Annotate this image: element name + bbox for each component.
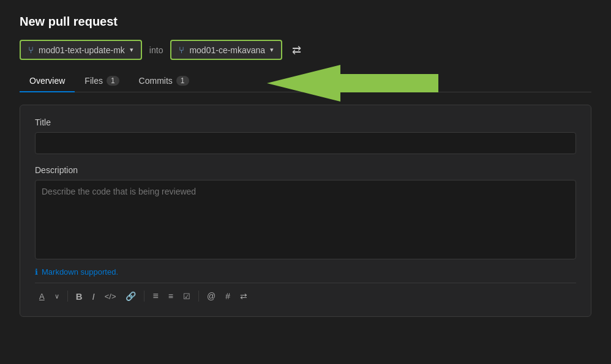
tab-files-badge: 1 (107, 76, 119, 86)
toolbar-hashtag-button[interactable]: # (221, 289, 234, 303)
source-branch-name: mod01-text-update-mk (39, 45, 125, 55)
toolbar-link-button[interactable]: 🔗 (121, 289, 140, 303)
target-branch-dropdown[interactable]: ⑂ mod01-ce-mkavana ▾ (170, 40, 282, 60)
form-card: Title Description ℹ Markdown supported. … (20, 105, 591, 317)
branch-target-icon: ⑂ (179, 45, 184, 55)
markdown-info-text: Markdown supported. (42, 267, 118, 277)
toolbar-code-button[interactable]: </> (100, 289, 121, 303)
tab-commits-badge: 1 (176, 76, 189, 86)
tab-commits-label: Commits (139, 76, 173, 86)
tab-files-label: Files (84, 76, 103, 86)
toolbar-task-list-button[interactable]: ☑ (179, 289, 195, 303)
tabs-row: Overview Files 1 Commits 1 (20, 71, 591, 92)
title-label: Title (35, 117, 576, 127)
toolbar-unordered-list-button[interactable]: ≡ (148, 288, 162, 304)
source-branch-dropdown[interactable]: ⑂ mod01-text-update-mk ▾ (20, 40, 142, 60)
tab-overview[interactable]: Overview (20, 71, 75, 92)
toolbar-ordered-list-button[interactable]: ≡ (164, 289, 178, 303)
branch-selector-row: ⑂ mod01-text-update-mk ▾ into ⑂ mod01-ce… (20, 40, 591, 60)
description-label: Description (35, 165, 576, 175)
swap-branches-icon[interactable]: ⇄ (292, 43, 301, 57)
title-input[interactable] (35, 132, 576, 154)
markdown-info: ℹ Markdown supported. (35, 267, 576, 277)
toolbar-bold-button[interactable]: B (72, 289, 87, 304)
branch-source-icon: ⑂ (28, 45, 34, 55)
markdown-info-icon: ℹ (35, 267, 38, 277)
toolbar-divider-1 (67, 291, 68, 302)
toolbar-text-style-dropdown-button[interactable]: ∨ (50, 290, 64, 303)
toolbar-mention-button[interactable]: @ (203, 289, 220, 303)
toolbar-divider-2 (144, 291, 144, 302)
toolbar-text-style-button[interactable]: A (35, 289, 49, 303)
toolbar-row: A ∨ B I </> 🔗 ≡ ≡ (35, 283, 576, 304)
into-label: into (149, 45, 163, 55)
target-branch-chevron: ▾ (270, 46, 274, 54)
tab-commits[interactable]: Commits 1 (129, 71, 199, 92)
tab-files[interactable]: Files 1 (75, 71, 129, 92)
source-branch-chevron: ▾ (130, 46, 133, 54)
toolbar-pr-reference-button[interactable]: ⇄ (236, 289, 252, 303)
toolbar-divider-3 (198, 291, 199, 302)
page-title: New pull request (20, 15, 591, 29)
toolbar-italic-button[interactable]: I (88, 289, 99, 304)
description-textarea[interactable] (35, 180, 576, 259)
tab-overview-label: Overview (29, 76, 65, 86)
target-branch-name: mod01-ce-mkavana (189, 45, 265, 55)
